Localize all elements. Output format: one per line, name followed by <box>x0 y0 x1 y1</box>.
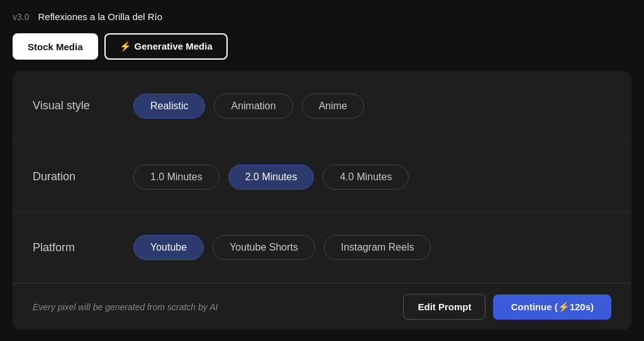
duration-1min[interactable]: 1.0 Minutes <box>133 165 219 190</box>
platform-instagram-reels[interactable]: Instagram Reels <box>324 235 431 260</box>
platform-youtube[interactable]: Youtube <box>133 235 204 260</box>
top-bar: v3.0 Reflexiones a la Orilla del Río <box>13 11 631 22</box>
footer-actions: Edit Prompt Continue (⚡120s) <box>403 294 611 320</box>
platform-row: Platform Youtube Youtube Shorts Instagra… <box>13 212 631 283</box>
platform-choices: Youtube Youtube Shorts Instagram Reels <box>133 235 431 260</box>
footer-row: Every pixel will be generated from scrat… <box>13 283 631 330</box>
edit-prompt-button[interactable]: Edit Prompt <box>403 294 486 320</box>
platform-youtube-shorts[interactable]: Youtube Shorts <box>213 235 315 260</box>
visual-style-label: Visual style <box>33 99 133 112</box>
duration-4min[interactable]: 4.0 Minutes <box>323 165 409 190</box>
bolt-icon: ⚡ <box>119 41 131 51</box>
duration-2min[interactable]: 2.0 Minutes <box>228 165 314 190</box>
version-label: v3.0 <box>13 12 29 22</box>
duration-label: Duration <box>33 170 133 183</box>
footer-note: Every pixel will be generated from scrat… <box>33 302 218 312</box>
duration-row: Duration 1.0 Minutes 2.0 Minutes 4.0 Min… <box>13 142 631 213</box>
continue-button[interactable]: Continue (⚡120s) <box>493 295 611 320</box>
visual-style-choices: Realistic Animation Anime <box>133 94 364 119</box>
options-panel: Visual style Realistic Animation Anime D… <box>13 71 631 330</box>
project-title: Reflexiones a la Orilla del Río <box>38 11 162 22</box>
media-type-selector: Stock Media ⚡Generative Media <box>13 33 631 60</box>
duration-choices: 1.0 Minutes 2.0 Minutes 4.0 Minutes <box>133 165 409 190</box>
visual-style-row: Visual style Realistic Animation Anime <box>13 71 631 142</box>
visual-style-animation[interactable]: Animation <box>214 94 292 119</box>
generative-media-button[interactable]: ⚡Generative Media <box>104 33 228 60</box>
stock-media-button[interactable]: Stock Media <box>13 33 98 60</box>
visual-style-realistic[interactable]: Realistic <box>133 94 205 119</box>
visual-style-anime[interactable]: Anime <box>302 94 364 119</box>
platform-label: Platform <box>33 241 133 254</box>
